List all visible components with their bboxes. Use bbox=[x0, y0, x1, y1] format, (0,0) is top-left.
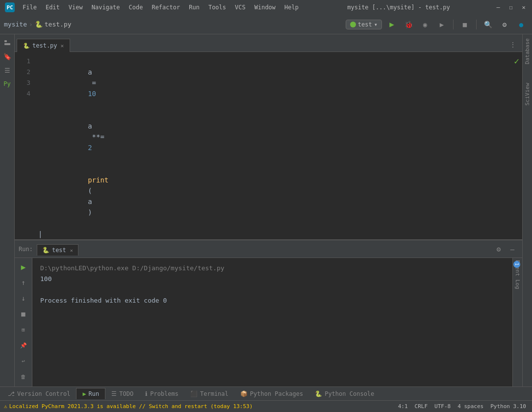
left-sidebar: 🔖 ☰ Py bbox=[0, 34, 15, 386]
minimize-button[interactable]: — bbox=[495, 4, 502, 11]
menu-run[interactable]: Run bbox=[185, 3, 203, 12]
tab-more-button[interactable]: ⋮ bbox=[506, 38, 520, 52]
sidebar-project-icon[interactable] bbox=[1, 36, 14, 49]
status-warning: ⚠ Localized PyCharm 2021.3.3 is availabl… bbox=[4, 403, 253, 410]
wrap-output-button[interactable]: ↩ bbox=[17, 354, 30, 368]
btab-run[interactable]: ▶ Run bbox=[76, 388, 105, 399]
code-paren1: ( bbox=[88, 187, 92, 195]
sidebar-bookmark-icon[interactable]: 🔖 bbox=[1, 50, 14, 63]
code-editor[interactable]: 1 2 3 4 a = 10 a **= 2 bbox=[15, 52, 522, 239]
code-a3: a bbox=[88, 198, 92, 206]
toolbar: mysite › 🐍 test.py test ▾ ▶ 🐞 ◉ ▶ ■ 🔍 ⚙ … bbox=[0, 15, 532, 34]
line-num-2: 2 bbox=[15, 67, 30, 77]
menu-vcs[interactable]: VCS bbox=[231, 3, 250, 12]
btab-terminal-label: Terminal bbox=[200, 390, 228, 397]
status-line-ending[interactable]: CRLF bbox=[413, 403, 430, 410]
menu-file[interactable]: File bbox=[19, 3, 41, 12]
sidebar-sciview-label[interactable]: SciView bbox=[523, 81, 532, 107]
code-line-4 bbox=[38, 229, 518, 239]
status-python-version[interactable]: Python 3.10 bbox=[488, 403, 528, 410]
btab-problems-label: Problems bbox=[150, 390, 178, 397]
code-content[interactable]: a = 10 a **= 2 print ( a ) bbox=[34, 52, 522, 239]
tab-file-icon: 🐍 bbox=[23, 43, 30, 49]
editor-tab-test-py[interactable]: 🐍 test.py ✕ bbox=[17, 39, 70, 52]
code-op1: = bbox=[88, 79, 100, 87]
run-panel-toolbar: ⚙ — bbox=[493, 243, 518, 255]
btab-todo[interactable]: ☰ TODO bbox=[105, 388, 139, 399]
run-panel-settings[interactable]: ⚙ bbox=[493, 243, 505, 255]
code-line-3: print ( a ) bbox=[38, 164, 518, 229]
tab-bar: 🐍 test.py ✕ ⋮ bbox=[15, 34, 522, 52]
menu-edit[interactable]: Edit bbox=[42, 3, 64, 12]
run-tab-close[interactable]: ✕ bbox=[70, 248, 73, 253]
rerun-button[interactable]: ▶ bbox=[17, 260, 30, 274]
code-num2: 2 bbox=[88, 144, 92, 152]
event-log-button[interactable]: 1 Event Log bbox=[514, 260, 521, 289]
clear-output-button[interactable]: 🗑 bbox=[17, 370, 30, 384]
code-paren2: ) bbox=[88, 208, 92, 216]
pin-tabs-button[interactable]: 📌 bbox=[17, 338, 30, 352]
breadcrumb-project[interactable]: mysite bbox=[4, 21, 27, 28]
scroll-up-button[interactable]: ↑ bbox=[17, 276, 30, 289]
code-a2: a bbox=[88, 122, 92, 130]
run-with-button[interactable]: ▶ bbox=[435, 18, 449, 31]
tab-close-button[interactable]: ✕ bbox=[61, 43, 64, 49]
btab-problems-icon: ℹ bbox=[145, 390, 148, 397]
warning-icon: ⚠ bbox=[4, 403, 7, 410]
run-config-selector[interactable]: test ▾ bbox=[346, 20, 382, 29]
btab-vc-label: Version Control bbox=[17, 390, 70, 397]
warning-text[interactable]: Localized PyCharm 2021.3.3 is available … bbox=[9, 403, 253, 410]
syntax-check-mark: ✓ bbox=[514, 56, 519, 66]
title-bar: PC File Edit View Navigate Code Refactor… bbox=[0, 0, 532, 15]
event-log-badge: 1 bbox=[513, 261, 520, 268]
coverage-button[interactable]: ◉ bbox=[418, 18, 432, 31]
breadcrumb-file[interactable]: test.py bbox=[45, 21, 72, 28]
line-numbers: 1 2 3 4 bbox=[15, 52, 34, 239]
btab-version-control[interactable]: ⎇ Version Control bbox=[2, 388, 76, 399]
main-content: 🔖 ☰ Py 🐍 test.py ✕ ⋮ 1 2 3 4 bbox=[0, 34, 532, 386]
settings-button[interactable]: ⚙ bbox=[498, 18, 511, 31]
status-indent[interactable]: 4 spaces bbox=[456, 403, 485, 410]
menu-view[interactable]: View bbox=[65, 3, 87, 12]
btab-problems[interactable]: ℹ Problems bbox=[139, 388, 184, 399]
maximize-button[interactable]: ☐ bbox=[507, 4, 514, 11]
code-num1: 10 bbox=[88, 90, 96, 98]
jetbrains-button[interactable]: ● bbox=[514, 18, 528, 31]
menu-navigate[interactable]: Navigate bbox=[88, 3, 124, 12]
btab-python-packages[interactable]: 📦 Python Packages bbox=[234, 388, 309, 399]
sidebar-database-label[interactable]: Database bbox=[523, 36, 532, 66]
search-button[interactable]: 🔍 bbox=[481, 18, 495, 31]
btab-python-console[interactable]: 🐍 Python Console bbox=[309, 388, 380, 399]
run-tab-name: test bbox=[52, 247, 66, 254]
code-print: print bbox=[88, 176, 108, 184]
run-tab-test[interactable]: 🐍 test ✕ bbox=[37, 244, 78, 256]
run-content: ▶ ↑ ↓ ■ ⊞ 📌 ↩ 🗑 D:\pythonLED\python.exe … bbox=[15, 258, 522, 386]
status-encoding[interactable]: UTF-8 bbox=[432, 403, 453, 410]
menu-code[interactable]: Code bbox=[125, 3, 147, 12]
sidebar-structure-icon[interactable]: ☰ bbox=[1, 64, 14, 77]
sidebar-py-icon[interactable]: Py bbox=[1, 77, 14, 90]
btab-terminal-icon: ⬛ bbox=[190, 390, 198, 397]
code-a1: a bbox=[88, 68, 92, 76]
btab-terminal[interactable]: ⬛ Terminal bbox=[184, 388, 234, 399]
scroll-down-button[interactable]: ↓ bbox=[17, 291, 30, 305]
toolbar-divider-1 bbox=[453, 20, 454, 29]
status-position[interactable]: 4:1 bbox=[396, 403, 410, 410]
close-tabs-button[interactable]: ⊞ bbox=[17, 323, 30, 336]
run-panel-minimize[interactable]: — bbox=[507, 243, 518, 255]
btab-vc-icon: ⎇ bbox=[8, 390, 15, 397]
run-label: Run: bbox=[19, 246, 33, 253]
output-line-2: 100 bbox=[40, 274, 505, 284]
debug-button[interactable]: 🐞 bbox=[402, 18, 415, 31]
svg-rect-1 bbox=[4, 43, 10, 45]
run-config-name: test bbox=[358, 21, 372, 28]
menu-refactor[interactable]: Refactor bbox=[148, 3, 184, 12]
run-button[interactable]: ▶ bbox=[385, 18, 399, 31]
output-line-1: D:\pythonLED\python.exe D:/Django/mysite… bbox=[40, 263, 505, 274]
menu-tools[interactable]: Tools bbox=[204, 3, 230, 12]
menu-window[interactable]: Window bbox=[251, 3, 279, 12]
stop-run-button[interactable]: ■ bbox=[17, 307, 30, 321]
menu-help[interactable]: Help bbox=[280, 3, 303, 12]
close-button[interactable]: ✕ bbox=[520, 4, 527, 11]
stop-button[interactable]: ■ bbox=[458, 18, 472, 31]
